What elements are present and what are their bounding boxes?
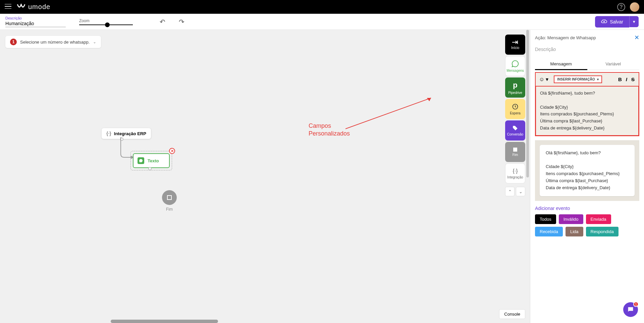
delete-node-icon[interactable]: ✕: [169, 148, 175, 154]
annotation-arrow: [345, 95, 436, 132]
connector-out[interactable]: [120, 138, 123, 141]
event-tags: Todos Inválido Enviada Recebida Lida Res…: [535, 214, 639, 236]
editor-toolbar: ☺ ▾ INSERIR INFORMAÇÃO ▾ B I S: [535, 72, 639, 87]
palette-messages[interactable]: Mensagens: [505, 56, 525, 76]
help-icon[interactable]: ?: [617, 3, 625, 11]
tab-variable[interactable]: Variável: [587, 58, 640, 70]
palette-wait[interactable]: Espera: [505, 99, 525, 119]
whatsapp-icon: [138, 157, 144, 164]
close-icon[interactable]: ✕: [634, 34, 639, 41]
hamburger-icon[interactable]: [5, 4, 11, 10]
event-tag-received[interactable]: Recebida: [535, 227, 563, 236]
panel-title: Ação: Mensagem de Whatsapp: [535, 35, 596, 40]
message-preview-bubble: Olá ${firstName}, tudo bem? Cidade ${Cit…: [540, 145, 635, 196]
flow-canvas[interactable]: 1 Selecione um número de whatsapp. ⌄ {·}…: [0, 30, 530, 323]
chevron-down-icon: ▾: [546, 76, 548, 83]
braces-icon: {·}: [513, 168, 518, 174]
redo-icon[interactable]: ↷: [179, 18, 184, 26]
event-tag-all[interactable]: Todos: [535, 214, 556, 224]
clock-icon: [512, 103, 519, 110]
stop-icon: [513, 148, 517, 152]
brand-logo[interactable]: umode: [17, 3, 50, 11]
node-label: Texto: [148, 158, 159, 163]
event-tag-replied[interactable]: Respondida: [586, 227, 619, 236]
editor-tabs: Mensagem Variável: [535, 58, 639, 70]
tab-message[interactable]: Mensagem: [535, 58, 587, 70]
palette-end[interactable]: Fim: [505, 142, 525, 162]
node-whatsapp-text[interactable]: ✕ Texto: [130, 151, 172, 170]
emoji-picker[interactable]: ☺ ▾: [537, 75, 550, 83]
whatsapp-icon: [512, 60, 519, 67]
stop-icon: [167, 195, 172, 200]
pipedrive-icon: p: [513, 81, 517, 90]
app-header: umode ?: [0, 0, 644, 14]
palette-start[interactable]: Início: [505, 35, 525, 55]
canvas-horizontal-scrollbar[interactable]: [111, 320, 218, 323]
user-avatar[interactable]: [630, 2, 639, 12]
node-label: Integração ERP: [114, 131, 146, 136]
event-tag-read[interactable]: Lida: [566, 227, 583, 236]
editor-toolbar: Descrição Zoom ↶ ↷ Salvar ▾: [0, 14, 644, 30]
chat-icon: [627, 306, 634, 313]
palette-down-button[interactable]: ⌄: [516, 187, 525, 196]
description-input[interactable]: [5, 20, 66, 27]
cloud-upload-icon: [601, 19, 607, 24]
node-integration-erp[interactable]: {·} Integração ERP: [102, 128, 151, 139]
chevron-down-icon: ▾: [597, 77, 599, 81]
whatsapp-number-alert[interactable]: 1 Selecione um número de whatsapp. ⌄: [5, 36, 101, 48]
description-label: Descrição: [5, 16, 66, 20]
add-event-heading: Adicionar evento: [535, 206, 639, 211]
message-preview-area: Olá ${firstName}, tudo bem? Cidade ${Cit…: [535, 140, 639, 201]
emoji-icon: ☺: [539, 76, 544, 83]
node-palette: Início Mensagens p Pipedrive Espera Conv…: [505, 35, 525, 196]
palette-up-button[interactable]: ⌃: [505, 187, 515, 196]
panel-description-label: Descrição: [535, 47, 639, 52]
chat-badge: 1: [633, 302, 639, 307]
italic-button[interactable]: I: [626, 76, 627, 82]
message-editor[interactable]: Olá ${firstName}, tudo bem? Cidade ${Cit…: [535, 87, 639, 136]
zoom-label: Zoom: [79, 18, 133, 23]
save-button[interactable]: Salvar: [595, 16, 629, 28]
undo-icon[interactable]: ↶: [160, 18, 165, 26]
bold-button[interactable]: B: [618, 76, 622, 82]
strikethrough-button[interactable]: S: [631, 76, 635, 82]
console-button[interactable]: Console: [499, 309, 525, 319]
chevron-down-icon: ⌄: [93, 40, 96, 44]
insert-info-button[interactable]: INSERIR INFORMAÇÃO ▾: [554, 75, 602, 83]
start-icon: [512, 40, 518, 45]
svg-line-0: [345, 98, 431, 129]
node-end[interactable]: Fim: [162, 190, 177, 212]
action-side-panel: Ação: Mensagem de Whatsapp ✕ Descrição M…: [530, 30, 644, 323]
save-dropdown[interactable]: ▾: [629, 16, 639, 27]
tag-icon: [512, 125, 518, 131]
palette-pipedrive[interactable]: p Pipedrive: [505, 77, 525, 98]
braces-icon: {·}: [106, 131, 111, 136]
event-tag-sent[interactable]: Enviada: [586, 214, 611, 224]
event-tag-invalid[interactable]: Inválido: [559, 214, 583, 224]
alert-badge: 1: [10, 39, 17, 45]
annotation-custom-fields: Campos Personalizados: [309, 122, 350, 138]
brand-text: umode: [28, 3, 50, 11]
palette-conversion[interactable]: Conversão: [505, 120, 525, 141]
canvas-vertical-scrollbar[interactable]: [526, 30, 529, 177]
palette-integration[interactable]: {·} Integração: [505, 163, 525, 183]
alert-text: Selecione um número de whatsapp.: [20, 40, 90, 45]
zoom-slider[interactable]: [79, 24, 133, 25]
support-chat-fab[interactable]: 1: [623, 302, 638, 317]
connector-out[interactable]: [148, 167, 152, 170]
node-label: Fim: [166, 207, 173, 212]
